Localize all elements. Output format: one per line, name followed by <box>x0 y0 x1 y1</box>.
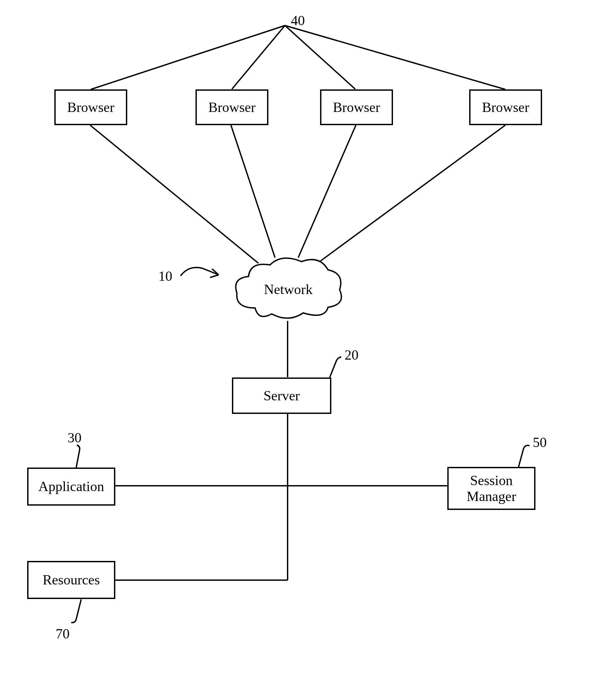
svg-line-2 <box>285 26 355 89</box>
browser-box-4: Browser <box>469 89 542 125</box>
server-box: Server <box>232 378 331 414</box>
browser-3-label: Browser <box>333 99 380 115</box>
ref-server: 20 <box>344 347 358 363</box>
svg-line-7 <box>318 125 505 263</box>
svg-line-6 <box>298 125 356 257</box>
browser-4-label: Browser <box>482 99 529 115</box>
svg-line-0 <box>91 26 285 89</box>
resources-box: Resources <box>27 561 115 599</box>
resources-label: Resources <box>43 572 100 588</box>
svg-line-3 <box>285 26 505 89</box>
browser-box-2: Browser <box>195 89 268 125</box>
session-manager-box: Session Manager <box>447 467 535 510</box>
ref-session-manager: 50 <box>533 434 547 450</box>
browser-box-3: Browser <box>320 89 393 125</box>
browser-box-1: Browser <box>54 89 127 125</box>
ref-browsers-group: 40 <box>291 13 305 29</box>
session-manager-label: Session Manager <box>467 472 516 505</box>
ref-resources: 70 <box>56 626 69 642</box>
application-label: Application <box>38 479 104 494</box>
browser-2-label: Browser <box>208 99 255 115</box>
network-label: Network <box>232 281 344 297</box>
network-cloud: Network <box>232 255 344 321</box>
application-box: Application <box>27 468 115 506</box>
svg-line-1 <box>232 26 285 89</box>
ref-system: 10 <box>158 268 172 284</box>
ref-application: 30 <box>68 430 81 446</box>
browser-1-label: Browser <box>67 99 114 115</box>
architecture-diagram: 40 10 20 30 50 70 Browser Browser Browse… <box>0 0 610 700</box>
server-label: Server <box>263 388 300 404</box>
svg-line-4 <box>90 125 258 263</box>
svg-line-5 <box>231 125 275 257</box>
